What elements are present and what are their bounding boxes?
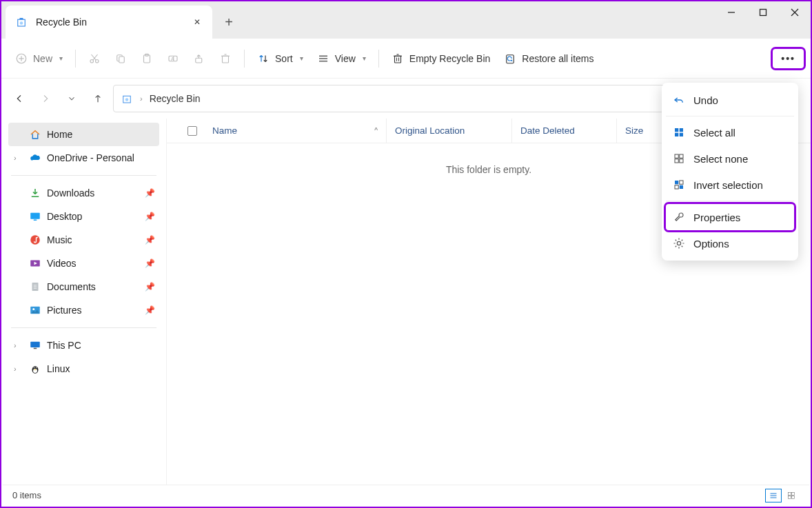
status-bar: 0 items bbox=[3, 485, 809, 505]
separator bbox=[75, 50, 76, 68]
pictures-icon bbox=[29, 304, 41, 316]
svg-rect-36 bbox=[30, 213, 40, 219]
thumbnails-view-button[interactable] bbox=[783, 489, 800, 502]
pin-icon[interactable]: 📌 bbox=[145, 258, 155, 268]
svg-rect-57 bbox=[789, 492, 791, 495]
cut-button[interactable] bbox=[81, 48, 108, 69]
menu-label: Select all bbox=[693, 127, 735, 139]
pin-icon[interactable]: 📌 bbox=[145, 212, 155, 221]
music-icon bbox=[29, 234, 41, 246]
svg-rect-66 bbox=[680, 154, 683, 158]
separator bbox=[11, 327, 156, 328]
pin-icon[interactable]: 📌 bbox=[145, 188, 155, 198]
sidebar-label: OneDrive - Personal bbox=[47, 152, 134, 163]
restore-all-button[interactable]: Restore all items bbox=[497, 48, 600, 69]
sidebar-item-onedrive[interactable]: › OneDrive - Personal bbox=[8, 146, 159, 170]
svg-point-1 bbox=[20, 21, 23, 25]
wrench-icon bbox=[673, 211, 685, 223]
expand-icon[interactable]: › bbox=[14, 365, 23, 373]
svg-rect-27 bbox=[394, 56, 400, 63]
pin-icon[interactable]: 📌 bbox=[145, 305, 155, 315]
sidebar-item-thispc[interactable]: › This PC bbox=[8, 334, 159, 357]
svg-point-46 bbox=[32, 308, 34, 310]
sidebar-item-linux[interactable]: › Linux bbox=[8, 357, 159, 380]
new-button[interactable]: New ▾ bbox=[8, 48, 70, 69]
sidebar-item-home[interactable]: Home bbox=[8, 123, 159, 146]
breadcrumb-location[interactable]: Recycle Bin bbox=[150, 93, 201, 104]
forward-button[interactable] bbox=[34, 88, 57, 110]
paste-button[interactable] bbox=[134, 48, 160, 69]
svg-rect-61 bbox=[675, 128, 678, 132]
new-label: New bbox=[33, 53, 52, 64]
maximize-button[interactable] bbox=[747, 1, 779, 23]
sidebar-label: Videos bbox=[47, 258, 77, 269]
menu-invert-selection[interactable]: Invert selection bbox=[666, 172, 794, 198]
menu-options[interactable]: Options bbox=[666, 230, 794, 256]
sidebar-label: Home bbox=[47, 129, 72, 140]
sidebar-item-desktop[interactable]: Desktop 📌 bbox=[8, 205, 159, 228]
sidebar-item-videos[interactable]: Videos 📌 bbox=[8, 252, 159, 275]
new-tab-button[interactable]: + bbox=[215, 6, 243, 39]
menu-select-all[interactable]: Select all bbox=[666, 119, 794, 145]
svg-rect-70 bbox=[680, 181, 683, 184]
sidebar-item-music[interactable]: Music 📌 bbox=[8, 228, 159, 252]
close-tab-icon[interactable]: ✕ bbox=[190, 15, 204, 29]
sidebar-item-documents[interactable]: Documents 📌 bbox=[8, 275, 159, 298]
separator bbox=[11, 175, 156, 176]
minimize-button[interactable] bbox=[715, 1, 747, 23]
svg-rect-64 bbox=[680, 133, 683, 136]
expand-icon[interactable]: › bbox=[14, 154, 23, 162]
menu-undo[interactable]: Undo bbox=[666, 87, 794, 113]
rename-button[interactable]: A bbox=[160, 48, 186, 69]
menu-label: Options bbox=[693, 238, 729, 250]
menu-properties[interactable]: Properties bbox=[666, 204, 794, 230]
column-name[interactable]: Name^ bbox=[204, 119, 387, 143]
svg-rect-59 bbox=[789, 496, 791, 498]
tab-recycle-bin[interactable]: Recycle Bin ✕ bbox=[6, 6, 212, 39]
recent-locations-button[interactable] bbox=[61, 88, 83, 110]
svg-point-73 bbox=[677, 241, 680, 245]
desktop-icon bbox=[29, 210, 41, 223]
copy-button[interactable] bbox=[108, 48, 134, 69]
gear-icon bbox=[673, 237, 685, 250]
title-bar: Recycle Bin ✕ + bbox=[1, 1, 811, 39]
menu-label: Select none bbox=[693, 153, 748, 165]
menu-select-none[interactable]: Select none bbox=[666, 145, 794, 172]
sidebar-item-pictures[interactable]: Pictures 📌 bbox=[8, 298, 159, 322]
back-button[interactable] bbox=[8, 88, 30, 110]
sort-label: Sort bbox=[275, 53, 293, 64]
sidebar-label: Linux bbox=[47, 363, 70, 374]
pin-icon[interactable]: 📌 bbox=[145, 235, 155, 245]
trash-icon bbox=[219, 52, 232, 65]
close-window-button[interactable] bbox=[779, 1, 811, 23]
video-icon bbox=[29, 257, 41, 270]
expand-icon[interactable]: › bbox=[14, 341, 23, 349]
svg-point-38 bbox=[30, 235, 40, 245]
empty-recycle-bin-button[interactable]: Empty Recycle Bin bbox=[385, 48, 497, 69]
see-more-menu: Undo Select all Select none Invert selec… bbox=[662, 83, 798, 261]
item-count: 0 items bbox=[12, 490, 41, 500]
sort-button[interactable]: Sort ▾ bbox=[250, 48, 310, 69]
paste-icon bbox=[141, 52, 153, 65]
column-date-deleted[interactable]: Date Deleted bbox=[512, 119, 617, 143]
select-none-icon bbox=[673, 152, 685, 165]
breadcrumb-separator: › bbox=[140, 94, 143, 103]
sidebar-label: Documents bbox=[47, 281, 96, 292]
restore-icon bbox=[504, 52, 516, 65]
details-view-button[interactable] bbox=[765, 489, 782, 502]
pin-icon[interactable]: 📌 bbox=[145, 282, 155, 292]
home-icon bbox=[29, 128, 41, 141]
delete-button[interactable] bbox=[212, 48, 238, 69]
empty-label: Empty Recycle Bin bbox=[409, 53, 490, 64]
svg-rect-65 bbox=[675, 154, 678, 158]
sidebar-item-downloads[interactable]: Downloads 📌 bbox=[8, 181, 159, 205]
select-all-checkbox[interactable] bbox=[181, 126, 204, 136]
share-button[interactable] bbox=[186, 48, 212, 69]
svg-rect-60 bbox=[792, 496, 795, 498]
see-more-button[interactable]: ••• bbox=[773, 49, 804, 68]
view-button[interactable]: View ▾ bbox=[310, 48, 373, 69]
column-original-location[interactable]: Original Location bbox=[387, 119, 512, 143]
svg-rect-63 bbox=[675, 133, 678, 136]
up-button[interactable] bbox=[87, 88, 109, 110]
view-label: View bbox=[335, 53, 356, 64]
